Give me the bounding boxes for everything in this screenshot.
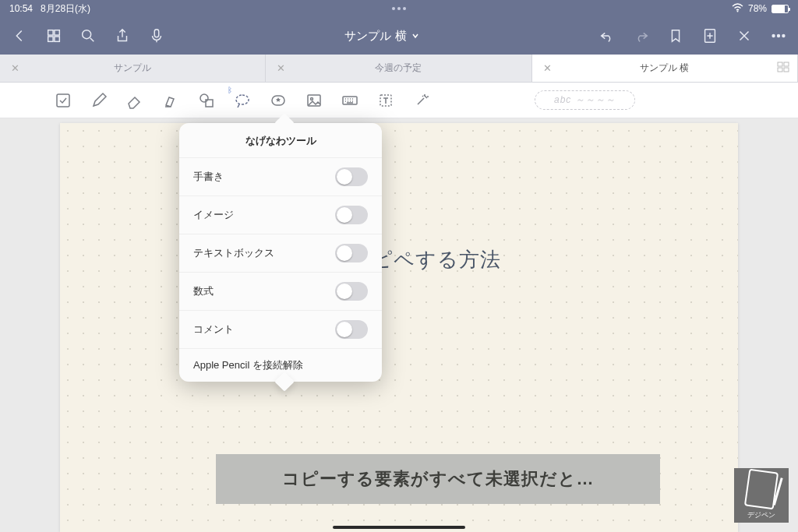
tab-close-icon[interactable]: ✕ [543,62,552,74]
home-indicator[interactable] [333,526,465,529]
highlighter-tool[interactable] [154,87,187,114]
note-paper[interactable]: ピペする方法 コピーする要素がすべて未選択だと… [60,123,738,532]
popup-row-disconnect[interactable]: Apple Pencil を接続解除 [179,348,382,382]
add-page-icon[interactable] [701,27,719,44]
status-time: 10:54 [9,3,33,14]
svg-rect-2 [55,30,59,35]
mic-icon[interactable] [148,27,165,44]
shape-tool[interactable] [190,87,223,114]
battery-percent: 78% [748,3,767,14]
svg-rect-13 [778,68,782,72]
svg-rect-14 [784,68,789,72]
popup-row-handwriting[interactable]: 手書き [179,157,382,196]
popup-title: なげなわツール [179,123,382,157]
tab-label: 今週の予定 [375,62,422,75]
canvas-area: ピペする方法 コピーする要素がすべて未選択だと… デジペン [0,118,798,532]
share-icon[interactable] [114,27,131,44]
popup-row-image[interactable]: イメージ [179,196,382,234]
svg-rect-12 [784,62,789,66]
tab-1[interactable]: ✕今週の予定 [266,55,531,82]
chevron-down-icon [411,32,419,40]
back-button[interactable] [11,27,28,44]
svg-point-16 [200,94,208,102]
wifi-icon [732,3,743,15]
pen-tool[interactable] [83,87,115,114]
popup-row-textbox[interactable]: テキストボックス [179,234,382,272]
close-icon[interactable] [736,27,753,44]
toggle[interactable] [335,244,368,262]
lasso-tool[interactable]: ᛒ [226,87,259,114]
status-date: 8月28日(水) [41,2,90,16]
status-bar: 10:54 8月28日(水) 78% [0,0,798,17]
tabs-bar: ✕サンプル ✕今週の予定 ✕サンプル 横 [0,55,798,83]
laser-tool[interactable] [405,87,438,114]
title-placeholder[interactable]: abc ～～～～ [535,90,635,110]
svg-rect-3 [48,37,53,41]
image-tool[interactable] [298,87,330,114]
redo-icon[interactable] [633,27,650,44]
toggle[interactable] [335,282,368,301]
lasso-popup: なげなわツール 手書き イメージ テキストボックス 数式 コメント Apple … [179,123,382,382]
handwriting-text: ピペする方法 [372,246,501,273]
svg-rect-1 [48,30,53,35]
doc-title-text: サンプル 横 [344,29,406,44]
toggle[interactable] [335,206,368,224]
zoom-tool[interactable] [47,87,79,114]
tab-2[interactable]: ✕サンプル 横 [532,55,798,82]
tab-close-icon[interactable]: ✕ [277,62,285,74]
stamp-label: デジペン [747,510,775,520]
tab-label: サンプル [114,62,151,75]
text-tool[interactable] [369,87,402,114]
svg-rect-4 [55,37,59,41]
tab-0[interactable]: ✕サンプル [0,55,266,82]
svg-rect-15 [57,94,69,107]
search-icon[interactable] [79,27,97,44]
tool-toolbar: ᛒ abc ～～～～ [0,83,798,118]
popup-row-equation[interactable]: 数式 [179,272,382,310]
svg-point-20 [311,97,313,100]
sticker-tool[interactable] [262,87,295,114]
toggle[interactable] [335,320,368,339]
svg-point-8 [772,35,775,37]
eraser-tool[interactable] [118,87,151,114]
undo-icon[interactable] [598,27,616,44]
doc-title[interactable]: サンプル 横 [344,29,418,44]
battery-icon [772,5,789,13]
tab-close-icon[interactable]: ✕ [11,62,19,74]
tab-label: サンプル 横 [640,62,689,75]
grid-icon[interactable] [45,27,62,44]
popup-row-comment[interactable]: コメント [179,310,382,348]
svg-point-0 [736,10,738,12]
svg-rect-11 [778,62,782,66]
svg-point-9 [778,35,780,37]
multitask-dots[interactable] [392,7,406,10]
svg-point-10 [782,35,785,37]
caption-overlay: コピーする要素がすべて未選択だと… [216,454,660,504]
more-icon[interactable] [770,27,787,44]
svg-rect-6 [154,30,159,37]
svg-point-5 [83,30,91,39]
bookmark-icon[interactable] [667,27,684,44]
bluetooth-icon: ᛒ [228,86,232,94]
keyboard-tool[interactable] [334,87,366,114]
toggle[interactable] [335,167,368,186]
tab-thumbnail-icon[interactable] [777,62,789,75]
nav-bar: サンプル 横 [0,17,798,55]
watermark-stamp: デジペン [734,468,789,523]
